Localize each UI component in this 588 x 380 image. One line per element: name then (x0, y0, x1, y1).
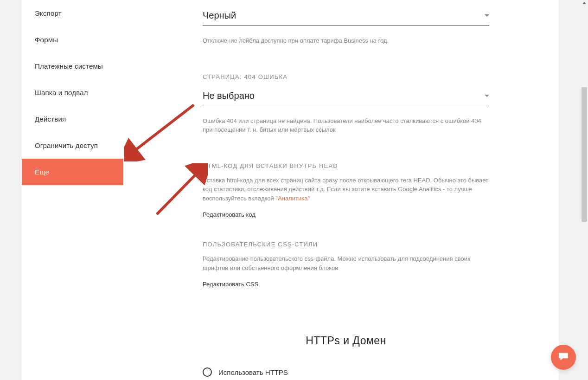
chevron-down-icon (485, 95, 489, 97)
https-option-row[interactable]: Использовать HTTPS (203, 367, 489, 377)
https-radio-label: Использовать HTTPS (218, 368, 288, 376)
label-color-help: Отключение лейбла доступно при оплате та… (203, 36, 489, 45)
scroll-up-icon (582, 2, 586, 4)
sidebar-item-header-footer[interactable]: Шапка и подвал (22, 79, 123, 106)
edit-head-code-link[interactable]: Редактировать код (203, 211, 256, 218)
label-color-block: Черный Отключение лейбла доступно при оп… (203, 0, 489, 45)
sidebar-item-restrict-access[interactable]: Ограничить доступ (22, 132, 123, 159)
analytics-link[interactable]: "Аналитика" (275, 195, 310, 202)
settings-page: Экспорт Формы Платежные системы Шапка и … (22, 0, 559, 380)
page404-value: Не выбрано (203, 90, 255, 101)
css-block: ПОЛЬЗОВАТЕЛЬСКИЕ CSS-СТИЛИ Редактировани… (203, 241, 489, 288)
head-html-section-label: HTML-КОД ДЛЯ ВСТАВКИ ВНУТРЬ HEAD (203, 162, 489, 169)
head-html-block: HTML-КОД ДЛЯ ВСТАВКИ ВНУТРЬ HEAD Вставка… (203, 162, 489, 219)
browser-scrollbar[interactable] (581, 0, 588, 380)
page404-block: СТРАНИЦА: 404 ОШИБКА Не выбрано Ошибка 4… (203, 73, 489, 135)
https-heading: HTTPs и Домен (203, 335, 489, 347)
sidebar-item-export[interactable]: Экспорт (22, 0, 123, 26)
page404-select[interactable]: Не выбрано (203, 87, 489, 106)
https-block: HTTPs и Домен Использовать HTTPS (203, 335, 489, 377)
head-html-help-text: Вставка html-кода для всех страниц сайта… (203, 177, 488, 202)
chat-icon (557, 350, 569, 364)
label-color-select[interactable]: Черный (203, 6, 489, 26)
label-color-value: Черный (203, 10, 236, 21)
css-section-label: ПОЛЬЗОВАТЕЛЬСКИЕ CSS-СТИЛИ (203, 241, 489, 248)
scrollbar-thumb[interactable] (582, 87, 587, 222)
sidebar-item-forms[interactable]: Формы (22, 26, 123, 53)
css-help: Редактирование пользовательского css-фай… (203, 254, 489, 272)
sidebar-item-payments[interactable]: Платежные системы (22, 53, 123, 79)
page404-section-label: СТРАНИЦА: 404 ОШИБКА (203, 73, 489, 80)
chat-button[interactable] (551, 345, 576, 370)
head-html-help: Вставка html-кода для всех страниц сайта… (203, 176, 489, 203)
sidebar-item-more[interactable]: Еще (22, 159, 123, 185)
edit-css-link[interactable]: Редактировать CSS (203, 281, 258, 288)
main-content: Черный Отключение лейбла доступно при оп… (124, 0, 559, 380)
sidebar-item-actions[interactable]: Действия (22, 106, 123, 132)
sidebar: Экспорт Формы Платежные системы Шапка и … (22, 0, 124, 380)
chevron-down-icon (485, 14, 489, 17)
https-radio[interactable] (203, 367, 212, 377)
page404-help: Ошибка 404 или страница не найдена. Поль… (203, 116, 489, 135)
